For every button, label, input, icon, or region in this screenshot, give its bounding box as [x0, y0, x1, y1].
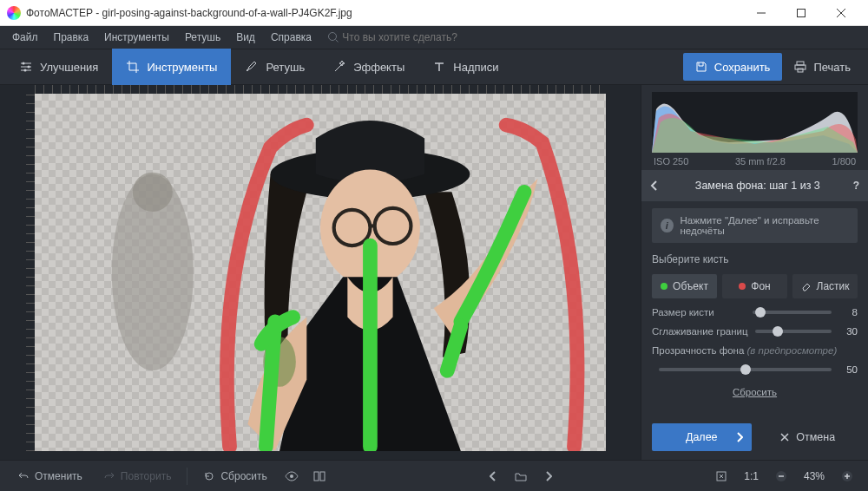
window-title: ФотоМАСТЕР - girl-posing-against-backgro…	[26, 7, 741, 19]
save-icon	[695, 61, 707, 73]
svg-point-4	[24, 69, 27, 72]
next-label: Далее	[686, 431, 718, 443]
svg-point-10	[133, 173, 173, 212]
brush-object-button[interactable]: Объект	[652, 274, 717, 298]
svg-point-2	[23, 62, 25, 65]
crop-icon	[126, 60, 140, 74]
tab-tools[interactable]: Инструменты	[112, 49, 231, 85]
exif-shutter: 1/800	[832, 156, 856, 167]
brush-label: Объект	[673, 280, 708, 292]
svg-rect-0	[798, 9, 806, 16]
redo-button[interactable]: Повторить	[95, 464, 181, 488]
undo-button[interactable]: Отменить	[9, 464, 91, 488]
redo-icon	[103, 470, 115, 482]
canvas[interactable]	[35, 94, 606, 451]
next-button[interactable]: Далее	[652, 423, 752, 451]
brush-icon	[245, 60, 259, 74]
canvas-illustration	[35, 94, 606, 451]
canvas-area	[0, 85, 641, 460]
compare-icon	[313, 470, 326, 482]
ruler-horizontal	[35, 85, 606, 94]
brush-size-label: Размер кисти	[652, 307, 746, 318]
svg-point-1	[328, 33, 336, 41]
opacity-slider[interactable]	[659, 368, 832, 371]
brush-size-slider[interactable]	[753, 311, 832, 314]
panel-header: Замена фона: шаг 1 из 3 ?	[641, 170, 868, 201]
print-button[interactable]: Печать	[782, 53, 863, 81]
save-label: Сохранить	[714, 61, 771, 74]
nav-browse-button[interactable]	[509, 464, 533, 488]
menu-search-input[interactable]	[342, 31, 516, 43]
nav-prev-button[interactable]	[481, 464, 505, 488]
tab-effects[interactable]: Эффекты	[319, 49, 418, 85]
smooth-value: 30	[838, 326, 858, 337]
tab-label: Эффекты	[353, 61, 404, 74]
svg-point-3	[28, 66, 30, 69]
folder-icon	[515, 471, 527, 481]
chevron-right-icon	[736, 432, 743, 442]
reset-button[interactable]: Сбросить	[194, 464, 275, 488]
opacity-value: 50	[838, 364, 858, 375]
eraser-icon	[801, 281, 812, 291]
info-icon: i	[661, 219, 674, 232]
window-minimize-button[interactable]	[741, 0, 781, 26]
zoom-in-button[interactable]	[835, 464, 859, 488]
menu-help[interactable]: Справка	[264, 29, 319, 46]
cancel-button[interactable]: Отмена	[759, 423, 858, 451]
zoom-ratio[interactable]: 1:1	[737, 470, 766, 482]
sliders-icon	[19, 60, 33, 74]
menubar: Файл Правка Инструменты Ретушь Вид Справ…	[0, 26, 868, 49]
eye-icon	[285, 471, 299, 481]
menu-edit[interactable]: Правка	[47, 29, 96, 46]
save-button[interactable]: Сохранить	[683, 53, 783, 81]
brush-label: Фон	[751, 280, 770, 292]
tab-label: Ретушь	[266, 61, 305, 74]
choose-brush-label: Выберите кисть	[652, 253, 858, 265]
zoom-percent: 43%	[797, 470, 832, 482]
exif-iso: ISO 250	[654, 156, 688, 167]
menu-view[interactable]: Вид	[229, 29, 262, 46]
reset-label: Сбросить	[220, 470, 266, 482]
menu-tools[interactable]: Инструменты	[97, 29, 176, 46]
zoom-out-button[interactable]	[769, 464, 793, 488]
smooth-slider[interactable]	[755, 330, 832, 333]
opacity-label: Прозрачность фона (в предпросмотре)	[652, 345, 858, 356]
undo-icon	[17, 470, 30, 482]
preview-toggle-button[interactable]	[279, 464, 304, 488]
menu-retouch[interactable]: Ретушь	[178, 29, 227, 46]
menu-file[interactable]: Файл	[5, 29, 45, 46]
svg-rect-18	[320, 472, 325, 481]
fit-screen-button[interactable]	[709, 464, 733, 488]
window-maximize-button[interactable]	[781, 0, 821, 26]
svg-rect-17	[314, 472, 319, 481]
compare-button[interactable]	[307, 464, 332, 488]
tab-label: Инструменты	[147, 61, 217, 74]
bottom-bar: Отменить Повторить Сбросить 1:1 43%	[0, 460, 868, 491]
brush-size-value: 8	[838, 307, 858, 318]
panel-hint: i Нажмите "Далее" и исправьте недочёты	[652, 208, 858, 243]
print-icon	[794, 61, 806, 73]
mode-tabs: Улучшения Инструменты Ретушь Эффекты Над…	[0, 49, 868, 85]
panel-help-button[interactable]: ?	[853, 180, 859, 192]
window-close-button[interactable]	[821, 0, 861, 26]
nav-next-button[interactable]	[536, 464, 561, 488]
histogram[interactable]	[652, 92, 858, 153]
panel-back-button[interactable]	[650, 180, 662, 192]
tab-enhance[interactable]: Улучшения	[5, 49, 112, 85]
right-panel: ISO 250 35 mm f/2.8 1/800 Замена фона: ш…	[641, 85, 868, 460]
red-dot-icon	[739, 283, 746, 290]
tab-retouch[interactable]: Ретушь	[231, 49, 319, 85]
svg-point-16	[290, 475, 293, 478]
brush-eraser-button[interactable]: Ластик	[792, 274, 858, 298]
histogram-box: ISO 250 35 mm f/2.8 1/800	[641, 85, 868, 170]
reset-icon	[203, 470, 215, 482]
fit-icon	[715, 470, 727, 482]
tab-label: Надписи	[453, 61, 498, 74]
brush-background-button[interactable]: Фон	[722, 274, 787, 298]
redo-label: Повторить	[121, 470, 172, 482]
menu-search	[327, 31, 516, 43]
reset-link[interactable]: Сбросить	[652, 387, 858, 397]
close-icon	[780, 433, 789, 442]
tab-captions[interactable]: Надписи	[418, 49, 512, 85]
cancel-label: Отмена	[796, 431, 835, 443]
